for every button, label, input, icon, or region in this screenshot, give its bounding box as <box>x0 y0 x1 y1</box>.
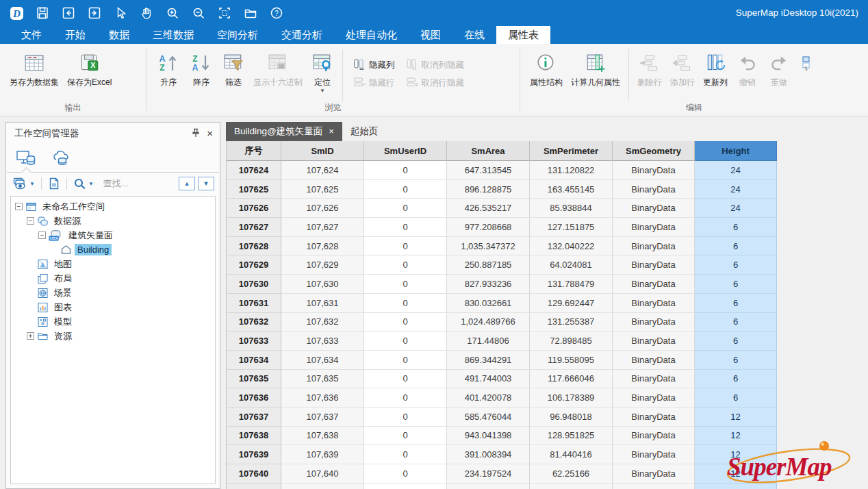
dataset-node-building[interactable]: Building <box>11 242 215 257</box>
table-cell[interactable]: BinaryData <box>613 199 695 218</box>
table-cell[interactable]: 12 <box>695 427 777 446</box>
tab-attribute-table[interactable]: 属性表 <box>496 26 550 44</box>
table-cell[interactable]: 0 <box>364 370 447 389</box>
table-cell[interactable]: 131.255387 <box>530 313 613 332</box>
table-cell[interactable]: 0 <box>364 331 447 351</box>
tab-spatial-analysis[interactable]: 空间分析 <box>205 26 270 44</box>
table-cell[interactable]: 107627 <box>227 218 281 237</box>
search-input[interactable]: 查找... <box>98 177 175 190</box>
doc-tab-start-page[interactable]: 起始页 <box>342 122 387 141</box>
table-cell[interactable]: 81.440416 <box>530 445 613 464</box>
table-cell[interactable]: 6 <box>695 370 777 389</box>
pointer-icon[interactable] <box>112 5 129 21</box>
hide-row-button[interactable]: 隐藏行 <box>350 74 398 92</box>
table-cell[interactable]: 131.788479 <box>530 275 613 294</box>
online-tab-icon[interactable] <box>51 149 72 167</box>
table-cell[interactable]: 132.040222 <box>530 237 613 256</box>
table-cell[interactable]: 107,628 <box>281 237 364 256</box>
previous-view-icon[interactable] <box>60 5 77 21</box>
table-cell[interactable]: BinaryData <box>613 445 695 464</box>
table-cell[interactable]: 12 <box>695 445 777 464</box>
table-cell[interactable]: 107,640 <box>281 464 364 484</box>
table-cell[interactable]: 107,634 <box>281 351 364 370</box>
table-cell[interactable]: 830.032661 <box>447 294 530 313</box>
table-cell[interactable]: 24 <box>695 180 777 199</box>
open-workspace-icon[interactable] <box>242 5 259 21</box>
table-cell[interactable]: BinaryData <box>613 161 695 180</box>
table-cell[interactable]: 0 <box>364 237 447 256</box>
column-header-SmPerimeter[interactable]: SmPerimeter <box>530 141 613 161</box>
table-cell[interactable]: 107635 <box>227 370 281 389</box>
column-header-SmGeometry[interactable]: SmGeometry <box>613 141 695 161</box>
table-cell[interactable]: 12 <box>695 464 777 484</box>
help-icon[interactable]: ? <box>268 5 285 21</box>
filter-button[interactable]: 筛选 <box>218 48 249 90</box>
table-cell[interactable]: 107631 <box>227 294 281 313</box>
table-cell[interactable]: 6 <box>695 218 777 237</box>
table-cell[interactable]: 64.024081 <box>530 255 613 275</box>
table-cell[interactable]: 127.151875 <box>530 218 613 237</box>
tree-expander-icon[interactable]: − <box>15 203 23 210</box>
table-cell[interactable]: 401.420078 <box>447 388 530 408</box>
table-cell[interactable]: BinaryData <box>613 255 695 275</box>
table-cell[interactable]: 107629 <box>227 255 281 275</box>
resources-node[interactable]: +资源 <box>11 329 215 343</box>
table-cell[interactable]: 107637 <box>227 408 281 427</box>
table-cell[interactable]: 107,638 <box>281 427 364 446</box>
zoom-out-icon[interactable] <box>190 5 207 21</box>
table-cell[interactable]: BinaryData <box>613 427 695 446</box>
table-cell[interactable]: 107639 <box>227 445 281 464</box>
table-cell[interactable]: 491.744003 <box>447 370 530 389</box>
tab-automation[interactable]: 处理自动化 <box>334 26 409 44</box>
table-cell[interactable]: 85.938844 <box>530 199 613 218</box>
update-column-button[interactable]: 更新列 <box>699 48 732 90</box>
redo-button[interactable]: 重做 <box>763 48 795 90</box>
column-header-SmUserID[interactable]: SmUserID <box>364 141 447 161</box>
table-cell[interactable]: 24 <box>695 161 777 180</box>
table-cell[interactable]: BinaryData <box>613 218 695 237</box>
locate-button[interactable]: 定位▼ <box>307 48 338 95</box>
table-cell[interactable]: 107625 <box>227 180 281 199</box>
table-cell[interactable]: BinaryData <box>613 331 695 351</box>
delete-row-button[interactable]: 删除行 <box>633 48 666 90</box>
table-cell[interactable]: 24 <box>695 199 777 218</box>
charts-node[interactable]: 图表 <box>11 300 215 314</box>
datasource-node-building[interactable]: −UDX建筑矢量面 <box>11 228 215 242</box>
table-cell[interactable]: 426.535217 <box>447 199 530 218</box>
table-cell[interactable]: 163.455145 <box>530 180 613 199</box>
table-cell[interactable]: BinaryData <box>613 370 695 389</box>
tab-traffic-analysis[interactable]: 交通分析 <box>270 26 334 44</box>
table-cell[interactable]: 107634 <box>227 351 281 370</box>
save-as-excel-button[interactable]: X保存为Excel <box>63 48 116 90</box>
table-cell[interactable]: BinaryData <box>613 351 695 370</box>
table-cell[interactable]: 869.344291 <box>447 351 530 370</box>
tab-data[interactable]: 数据 <box>97 26 141 44</box>
attribute-structure-button[interactable]: 属性结构 <box>526 48 567 90</box>
doc-tab-building[interactable]: Building@建筑矢量面× <box>226 122 342 141</box>
document-icon[interactable] <box>48 177 60 190</box>
table-cell[interactable]: BinaryData <box>613 237 695 256</box>
save-as-dataset-button[interactable]: 另存为数据集 <box>5 48 63 90</box>
table-cell[interactable]: 0 <box>364 218 447 237</box>
table-cell[interactable]: 0 <box>364 427 447 446</box>
table-cell[interactable]: 647.313545 <box>447 161 530 180</box>
table-cell[interactable]: BinaryData <box>613 408 695 427</box>
table-cell[interactable]: BinaryData <box>613 313 695 332</box>
table-cell[interactable]: 0 <box>364 294 447 313</box>
table-cell[interactable]: 117.666046 <box>530 370 613 389</box>
table-cell[interactable]: 896.128875 <box>447 180 530 199</box>
table-cell[interactable]: 0 <box>364 275 447 294</box>
table-cell[interactable]: 107638 <box>227 427 281 446</box>
calc-geometry-button[interactable]: 计算几何属性 <box>567 48 624 90</box>
table-cell[interactable]: 0 <box>364 313 447 332</box>
table-cell[interactable]: 107,636 <box>281 388 364 408</box>
zoom-free-icon[interactable] <box>216 5 233 21</box>
close-panel-icon[interactable]: × <box>207 129 213 138</box>
table-cell[interactable]: BinaryData <box>613 275 695 294</box>
datasources-node[interactable]: −数据源 <box>11 214 215 228</box>
tree-expander-icon[interactable]: − <box>38 231 46 239</box>
tab-online[interactable]: 在线 <box>452 26 496 44</box>
table-cell[interactable]: BinaryData <box>613 180 695 199</box>
tab-view[interactable]: 视图 <box>409 26 452 44</box>
tab-3d-data[interactable]: 三维数据 <box>141 26 205 44</box>
